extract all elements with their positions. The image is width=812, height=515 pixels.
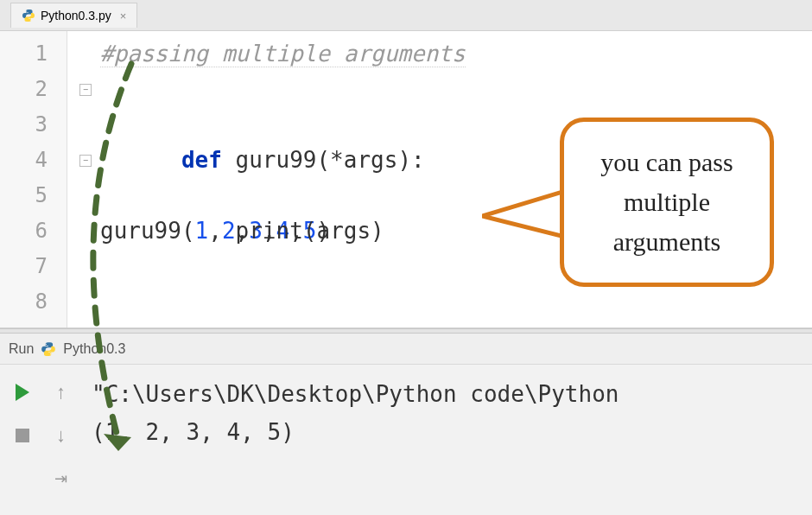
line-number: 8 [0,284,67,320]
line-number: 3 [0,107,67,143]
print-args: (args) [303,218,384,244]
svg-marker-4 [482,190,568,238]
console-line: (1, 2, 3, 4, 5) [92,413,803,451]
file-tab[interactable]: Python0.3.py × [10,3,137,28]
code-line: #passing multiple arguments [100,36,812,72]
print-call: print [236,218,303,244]
svg-point-2 [46,343,47,344]
more-button[interactable] [3,458,41,499]
run-config-name: Python0.3 [63,341,125,357]
arrow-up-icon: ↑ [56,381,66,404]
fold-icon[interactable]: − [79,84,92,96]
tab-bar: Python0.3.py × [0,0,812,31]
line-number: 1 [0,36,67,72]
line-number: 4 [0,143,67,178]
run-label: Run [9,341,34,357]
play-icon [16,384,29,401]
down-button[interactable]: ↓ [42,415,79,456]
up-button[interactable]: ↑ [42,372,79,413]
svg-point-3 [50,353,51,353]
comment-text: #passing multiple arguments [100,41,466,67]
annotation-callout: you can pass multiple arguments [482,118,776,290]
svg-point-0 [26,10,27,11]
arrow-down-icon: ↓ [56,424,66,447]
python-file-icon [22,9,35,22]
fold-icon[interactable]: − [79,155,92,167]
python-file-icon [41,341,56,357]
code-line: − def guru99(*args): [100,72,812,107]
callout-tail-icon [482,190,568,259]
file-tab-label: Python0.3.py [41,9,111,22]
svg-point-1 [30,19,31,20]
wrap-icon: ⇥ [54,469,67,488]
rerun-button[interactable] [3,372,41,413]
callout-text: you can pass multiple arguments [560,118,774,287]
console-toolbar: ↑ ↓ ⇥ [0,365,83,506]
console-output[interactable]: "C:\Users\DK\Desktop\Python code\Python … [83,365,812,506]
close-icon[interactable]: × [120,10,127,22]
indent [181,218,236,244]
stop-button[interactable] [3,415,41,456]
line-number: 6 [0,213,67,249]
console-pane: ↑ ↓ ⇥ "C:\Users\DK\Desktop\Python code\P… [0,365,812,506]
line-number: 7 [0,249,67,284]
line-number: 2 [0,72,67,107]
stop-icon [16,429,29,442]
line-number: 5 [0,178,67,213]
run-tool-header: Run Python0.3 [0,334,812,365]
line-number-gutter: 1 2 3 4 5 6 7 8 [0,31,67,327]
soft-wrap-button[interactable]: ⇥ [42,458,79,499]
console-line: "C:\Users\DK\Desktop\Python code\Python [92,375,803,413]
